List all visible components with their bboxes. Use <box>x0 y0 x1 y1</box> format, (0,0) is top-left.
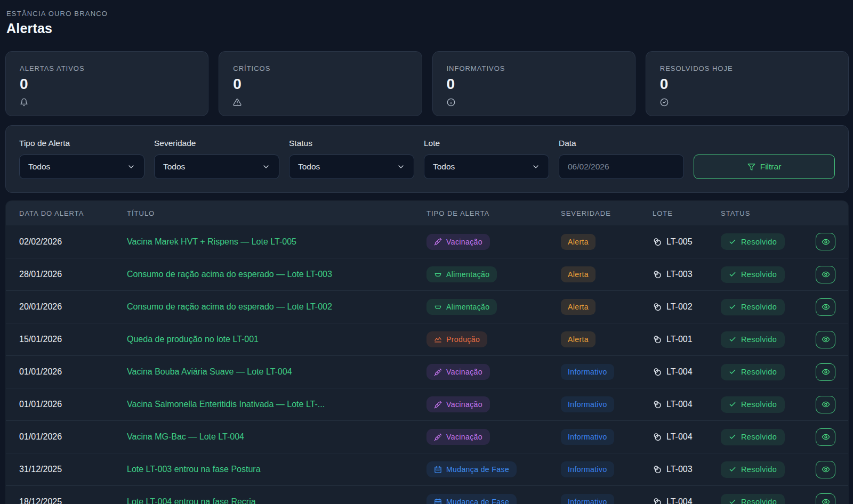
table-row: 28/01/2026 Consumo de ração acima do esp… <box>6 258 848 290</box>
type-badge-label: Vacinação <box>446 433 482 441</box>
type-badge-label: Produção <box>446 335 480 344</box>
alert-severity-cell: Informativo <box>561 461 653 477</box>
alert-date: 02/02/2026 <box>19 237 127 247</box>
view-alert-button[interactable] <box>816 428 835 446</box>
type-badge-label: Alimentação <box>446 303 489 311</box>
alert-title-link[interactable]: Vacina Bouba Aviária Suave — Lote LT-004 <box>127 367 426 377</box>
severity-badge: Informativo <box>561 494 614 504</box>
view-alert-button[interactable] <box>816 331 835 348</box>
view-alert-button[interactable] <box>816 493 835 504</box>
alert-status-cell: Resolvido <box>721 364 816 380</box>
eye-icon <box>822 238 830 246</box>
alert-title-link[interactable]: Lote LT-004 entrou na fase Recria <box>127 497 426 504</box>
filter-field-status: Status Todos <box>289 139 414 179</box>
eye-icon <box>822 433 830 441</box>
alert-title-link[interactable]: Vacina Marek HVT + Rispens — Lote LT-005 <box>127 237 426 247</box>
alert-type-cell: Alimentação <box>426 299 561 315</box>
alert-title-link[interactable]: Lote LT-003 entrou na fase Postura <box>127 465 426 474</box>
chevron-down-icon <box>532 162 540 171</box>
status-badge: Resolvido <box>721 461 785 478</box>
stat-card-alertas-ativos: ALERTAS ATIVOS 0 <box>5 51 208 116</box>
alert-triangle-icon <box>233 98 407 109</box>
lote-select[interactable]: Todos <box>424 155 549 179</box>
filtrar-button[interactable]: Filtrar <box>694 155 835 179</box>
stat-value: 0 <box>20 77 194 92</box>
stat-label: INFORMATIVOS <box>447 64 621 72</box>
eye-icon <box>822 270 830 279</box>
status-badge-label: Resolvido <box>741 465 777 474</box>
status-badge: Resolvido <box>721 364 785 380</box>
farm-name: ESTÂNCIA OURO BRANCO <box>6 10 849 18</box>
chevron-down-icon <box>262 162 270 171</box>
lote-icon <box>653 400 662 409</box>
funnel-icon <box>747 163 755 171</box>
alert-title-link[interactable]: Queda de produção no lote LT-001 <box>127 335 426 344</box>
status-badge: Resolvido <box>721 429 785 445</box>
status-badge-label: Resolvido <box>741 498 777 504</box>
type-badge-label: Alimentação <box>446 270 489 279</box>
severity-badge: Alerta <box>561 266 596 282</box>
stat-value: 0 <box>447 77 621 92</box>
actions-cell <box>816 233 835 250</box>
lote-cell: LT-001 <box>653 335 721 344</box>
check-circle-icon <box>660 98 834 109</box>
view-alert-button[interactable] <box>816 396 835 413</box>
check-icon <box>729 303 736 311</box>
view-alert-button[interactable] <box>816 461 835 478</box>
alert-title-link[interactable]: Vacina MG-Bac — Lote LT-004 <box>127 432 426 442</box>
check-icon <box>729 401 736 408</box>
alert-type-cell: Vacinação <box>426 396 561 412</box>
alert-status-cell: Resolvido <box>721 396 816 413</box>
eye-icon <box>822 368 830 376</box>
status-select[interactable]: Todos <box>289 155 414 179</box>
table-row: 31/12/2025 Lote LT-003 entrou na fase Po… <box>6 453 848 485</box>
lote-cell: LT-004 <box>653 432 721 442</box>
alert-status-cell: Resolvido <box>721 494 816 504</box>
lote-label: LT-005 <box>666 237 693 247</box>
filter-field-lote: Lote Todos <box>424 139 549 179</box>
table-header-row: DATA DO ALERTA TÍTULO TIPO DE ALERTA SEV… <box>6 201 848 225</box>
eye-icon <box>822 498 830 504</box>
severidade-select[interactable]: Todos <box>154 155 279 179</box>
alert-severity-cell: Alerta <box>561 331 653 347</box>
column-header-data: DATA DO ALERTA <box>19 209 127 217</box>
severity-badge: Alerta <box>561 299 596 315</box>
view-alert-button[interactable] <box>816 363 835 381</box>
alert-severity-cell: Informativo <box>561 364 653 380</box>
type-icon <box>434 401 442 409</box>
alert-title-link[interactable]: Consumo de ração acima do esperado — Lot… <box>127 302 426 312</box>
view-alert-button[interactable] <box>816 266 835 283</box>
table-row: 20/01/2026 Consumo de ração acima do esp… <box>6 290 848 323</box>
select-value: Todos <box>163 162 185 172</box>
alert-severity-cell: Informativo <box>561 396 653 412</box>
view-alert-button[interactable] <box>816 298 835 316</box>
filter-label: Status <box>289 139 414 148</box>
stat-label: CRÍTICOS <box>233 64 407 72</box>
type-badge: Mudança de Fase <box>426 461 517 477</box>
date-input[interactable] <box>559 155 684 179</box>
status-badge-label: Resolvido <box>741 400 777 409</box>
tipo-de-alerta-select[interactable]: Todos <box>19 155 144 179</box>
alert-type-cell: Vacinação <box>426 234 561 250</box>
type-badge: Mudança de Fase <box>426 494 517 504</box>
alert-status-cell: Resolvido <box>721 233 816 250</box>
type-icon <box>434 271 442 279</box>
alert-title-link[interactable]: Consumo de ração acima do esperado — Lot… <box>127 270 426 279</box>
type-icon <box>434 368 442 376</box>
severity-badge: Informativo <box>561 429 614 445</box>
view-alert-button[interactable] <box>816 233 835 250</box>
actions-cell <box>816 298 835 316</box>
lote-label: LT-004 <box>666 497 693 504</box>
column-header-titulo: TÍTULO <box>127 209 426 217</box>
type-badge-label: Mudança de Fase <box>446 498 509 504</box>
eye-icon <box>822 303 830 311</box>
type-badge-label: Vacinação <box>446 368 482 376</box>
alert-status-cell: Resolvido <box>721 429 816 445</box>
type-badge-label: Vacinação <box>446 400 482 409</box>
stat-label: RESOLVIDOS HOJE <box>660 64 834 72</box>
alert-title-link[interactable]: Vacina Salmonella Enteritidis Inativada … <box>127 400 426 409</box>
alert-severity-cell: Alerta <box>561 299 653 315</box>
check-icon <box>729 336 736 343</box>
alert-date: 01/01/2026 <box>19 367 127 377</box>
alert-date: 01/01/2026 <box>19 400 127 409</box>
